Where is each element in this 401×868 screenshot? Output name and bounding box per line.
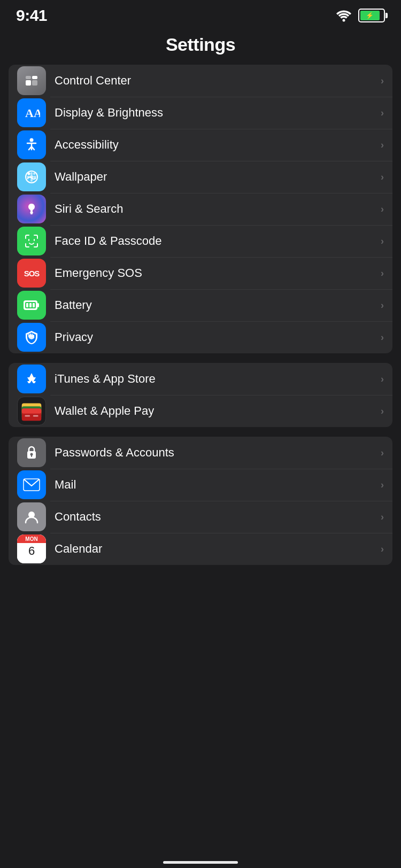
- itunes-appstore-item[interactable]: iTunes & App Store ›: [9, 363, 392, 395]
- svg-point-6: [30, 138, 34, 142]
- page-title: Settings: [0, 29, 401, 65]
- siri-search-item[interactable]: Siri & Search ›: [9, 193, 392, 225]
- chevron-icon: ›: [381, 204, 384, 215]
- display-section: Control Center › AA Display & Brightness…: [9, 65, 392, 353]
- wifi-icon: [335, 9, 353, 22]
- svg-rect-1: [26, 80, 31, 86]
- battery-icon: ⚡: [358, 9, 385, 22]
- battery-bolt: ⚡: [366, 12, 374, 19]
- contacts-icon: [17, 502, 46, 531]
- svg-rect-28: [33, 415, 38, 417]
- face-id-item[interactable]: Face ID & Passcode ›: [9, 225, 392, 257]
- svg-text:MON: MON: [25, 536, 37, 542]
- svg-rect-31: [31, 455, 32, 457]
- svg-text:6: 6: [28, 544, 35, 557]
- contacts-item[interactable]: Contacts ›: [9, 501, 392, 533]
- chevron-icon: ›: [381, 544, 384, 555]
- svg-point-11: [30, 172, 33, 175]
- siri-icon: [17, 195, 46, 223]
- control-center-icon: [17, 66, 46, 95]
- svg-rect-2: [32, 80, 37, 86]
- emergency-sos-item[interactable]: SOS Emergency SOS ›: [9, 257, 392, 289]
- accessibility-label: Accessibility: [55, 138, 376, 152]
- svg-rect-15: [30, 212, 33, 213]
- svg-point-9: [33, 173, 35, 175]
- status-time: 9:41: [16, 6, 47, 25]
- wallet-icon: [17, 397, 46, 425]
- svg-rect-4: [32, 76, 37, 79]
- svg-rect-20: [26, 303, 28, 307]
- chevron-icon: ›: [381, 236, 384, 247]
- chevron-icon: ›: [381, 107, 384, 119]
- chevron-icon: ›: [381, 447, 384, 459]
- battery-label: Battery: [55, 298, 376, 312]
- chevron-icon: ›: [381, 268, 384, 279]
- calendar-item[interactable]: MON 6 Calendar ›: [9, 533, 392, 565]
- svg-point-10: [30, 175, 33, 179]
- mail-label: Mail: [55, 478, 376, 492]
- appstore-icon: [17, 365, 46, 393]
- passwords-accounts-label: Passwords & Accounts: [55, 446, 376, 460]
- svg-point-8: [28, 173, 30, 175]
- svg-rect-26: [22, 408, 42, 414]
- status-bar: 9:41 ⚡: [0, 0, 401, 29]
- calendar-icon: MON 6: [17, 534, 46, 563]
- svg-rect-22: [33, 303, 35, 307]
- chevron-icon: ›: [381, 75, 384, 87]
- battery-fill: ⚡: [360, 11, 380, 20]
- wallpaper-label: Wallpaper: [55, 170, 376, 184]
- passwords-accounts-item[interactable]: Passwords & Accounts ›: [9, 437, 392, 469]
- accessibility-item[interactable]: Accessibility ›: [9, 129, 392, 161]
- mail-item[interactable]: Mail ›: [9, 469, 392, 501]
- passwords-icon: [17, 438, 46, 467]
- siri-search-label: Siri & Search: [55, 202, 376, 216]
- svg-rect-3: [26, 76, 31, 79]
- chevron-icon: ›: [381, 332, 384, 343]
- wallpaper-icon: [17, 162, 46, 191]
- accounts-section: Passwords & Accounts › Mail › Contacts ›: [9, 437, 392, 565]
- chevron-icon: ›: [381, 374, 384, 385]
- svg-rect-27: [25, 415, 30, 417]
- face-id-icon: [17, 227, 46, 255]
- chevron-icon: ›: [381, 172, 384, 183]
- face-id-label: Face ID & Passcode: [55, 234, 376, 248]
- svg-rect-16: [30, 213, 33, 214]
- store-section: iTunes & App Store › Wallet & Apple Pay …: [9, 363, 392, 427]
- wallet-applepay-label: Wallet & Apple Pay: [55, 404, 376, 418]
- wallpaper-item[interactable]: Wallpaper ›: [9, 161, 392, 193]
- battery-item[interactable]: Battery ›: [9, 289, 392, 321]
- contacts-label: Contacts: [55, 510, 376, 524]
- chevron-icon: ›: [381, 140, 384, 151]
- svg-rect-21: [29, 303, 32, 307]
- display-brightness-label: Display & Brightness: [55, 106, 376, 120]
- privacy-icon: [17, 323, 46, 352]
- chevron-icon: ›: [381, 406, 384, 417]
- itunes-appstore-label: iTunes & App Store: [55, 372, 376, 386]
- chevron-icon: ›: [381, 479, 384, 491]
- svg-text:AA: AA: [25, 106, 40, 120]
- privacy-label: Privacy: [55, 330, 376, 344]
- emergency-sos-icon: SOS: [17, 259, 46, 288]
- control-center-label: Control Center: [55, 74, 376, 88]
- emergency-sos-label: Emergency SOS: [55, 266, 376, 280]
- svg-rect-19: [37, 303, 39, 307]
- control-center-item[interactable]: Control Center ›: [9, 65, 392, 97]
- accessibility-icon: [17, 130, 46, 159]
- wallet-applepay-item[interactable]: Wallet & Apple Pay ›: [9, 395, 392, 427]
- display-brightness-item[interactable]: AA Display & Brightness ›: [9, 97, 392, 129]
- status-icons: ⚡: [335, 9, 385, 22]
- battery-settings-icon: [17, 291, 46, 320]
- mail-icon: [17, 470, 46, 499]
- svg-point-14: [33, 176, 36, 178]
- chevron-icon: ›: [381, 300, 384, 311]
- svg-point-0: [343, 19, 345, 22]
- chevron-icon: ›: [381, 511, 384, 523]
- svg-point-13: [27, 176, 30, 178]
- calendar-label: Calendar: [55, 542, 376, 556]
- svg-point-12: [30, 179, 33, 182]
- privacy-item[interactable]: Privacy ›: [9, 321, 392, 353]
- home-indicator: [163, 861, 238, 864]
- display-brightness-icon: AA: [17, 98, 46, 127]
